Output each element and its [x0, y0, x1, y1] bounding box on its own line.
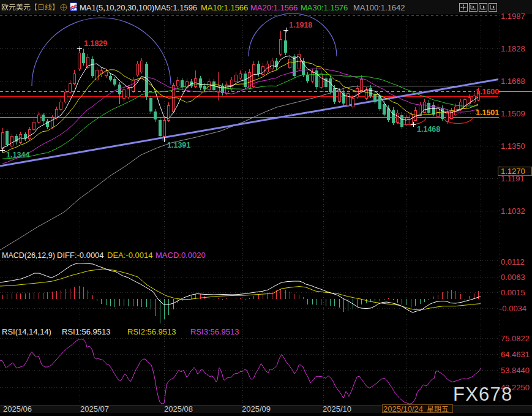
svg-text:MACD:0.0020: MACD:0.0020: [155, 251, 206, 260]
svg-text:2025/10/24: 2025/10/24: [383, 404, 423, 414]
svg-text:MA1(5,10,20,30,100): MA1(5,10,20,30,100): [80, 3, 154, 12]
svg-text:RSI2:56.9513: RSI2:56.9513: [127, 327, 176, 336]
svg-text:2025/07: 2025/07: [80, 404, 109, 414]
svg-text:1.1391: 1.1391: [167, 141, 190, 149]
svg-text:1.1509: 1.1509: [501, 109, 525, 118]
svg-text:1.1600: 1.1600: [476, 88, 499, 96]
svg-text:MA30:1.1576: MA30:1.1576: [301, 3, 348, 12]
svg-text:1.1501: 1.1501: [476, 108, 499, 117]
svg-text:1.1350: 1.1350: [501, 142, 525, 151]
svg-text:-0.0034: -0.0034: [500, 304, 526, 313]
svg-text:1.1987: 1.1987: [501, 12, 525, 21]
svg-text:1.1918: 1.1918: [289, 21, 312, 29]
svg-text:1.1828: 1.1828: [501, 44, 525, 53]
svg-text:53.8440: 53.8440: [501, 366, 530, 375]
svg-text:DIFF:-0.0004: DIFF:-0.0004: [57, 251, 104, 260]
svg-text:1.1344: 1.1344: [6, 151, 29, 159]
svg-text:MACD(26,12,9): MACD(26,12,9): [2, 251, 55, 260]
svg-text:75.0822: 75.0822: [501, 334, 530, 343]
svg-text:MA5:1.1596: MA5:1.1596: [154, 3, 197, 12]
svg-text:1.1032: 1.1032: [501, 206, 525, 216]
svg-text:0.0015: 0.0015: [501, 288, 525, 297]
svg-text:MA20:1.1566: MA20:1.1566: [250, 3, 298, 12]
svg-text:2025/10: 2025/10: [323, 404, 351, 414]
svg-text:RSI(14,14,14): RSI(14,14,14): [2, 327, 51, 336]
svg-text:FX678: FX678: [453, 384, 512, 405]
svg-text:0.0063: 0.0063: [501, 273, 525, 282]
svg-text:MA100:1.1642: MA100:1.1642: [353, 3, 405, 12]
svg-text:2025/08: 2025/08: [164, 404, 193, 414]
svg-text:1.1270: 1.1270: [501, 167, 525, 176]
svg-text:0.0112: 0.0112: [501, 257, 525, 267]
svg-text:1.1468: 1.1468: [417, 125, 440, 134]
svg-text:1.1829: 1.1829: [84, 39, 107, 48]
svg-text:RSI1:56.9513: RSI1:56.9513: [62, 327, 111, 336]
svg-text:MA10:1.1566: MA10:1.1566: [201, 3, 248, 12]
svg-text:2025/06: 2025/06: [3, 404, 32, 414]
svg-text:2025/09: 2025/09: [242, 404, 271, 414]
svg-text:64.4631: 64.4631: [501, 350, 530, 359]
svg-text:DEA:-0.0014: DEA:-0.0014: [107, 251, 152, 260]
svg-text:1.1668: 1.1668: [501, 77, 525, 86]
svg-text:RSI3:56.9513: RSI3:56.9513: [190, 327, 239, 336]
